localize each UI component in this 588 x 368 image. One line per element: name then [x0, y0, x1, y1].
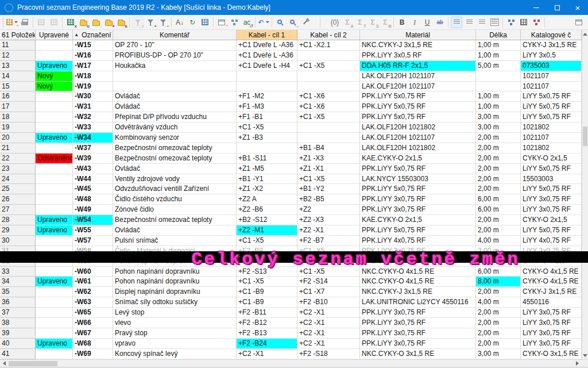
cell-material[interactable]: PPK.LiYY 3x0,75 RF [360, 205, 476, 215]
cell-target2[interactable]: +C1 -X7 [297, 287, 360, 297]
cell-material[interactable]: PPK.LiYY 5x0,75 RF [360, 112, 476, 122]
cell-catalog[interactable]: CYKY-O 2x1,5 [521, 215, 582, 225]
cell-target1[interactable]: +C1 -X5 [237, 122, 297, 133]
cell-catalog[interactable]: CYKY-O 4x1,5 RE [521, 277, 582, 287]
cell-material[interactable]: PPK.LiYY 3x0,75 RF [360, 194, 476, 205]
cell-catalog[interactable]: LiYY 3x0,75 RF [521, 318, 582, 328]
cell-status[interactable] [36, 91, 73, 102]
cell-id[interactable]: -W33 [73, 122, 113, 133]
cell-status[interactable] [36, 308, 73, 318]
folder-history-icon[interactable]: o [78, 17, 89, 28]
cell-target1[interactable]: +Z1 -M5 [237, 164, 297, 174]
cell-catalog[interactable]: LiYY 5x0,75 RF [521, 102, 582, 112]
cell-length[interactable] [476, 71, 521, 82]
cell-target2[interactable]: +F2 -S18 [297, 349, 360, 359]
cell-comment[interactable]: OP 270 - 10" [113, 40, 237, 51]
cell-material[interactable]: PPK.LiYY 3x0,75 RF [360, 318, 476, 328]
folder-sync-icon[interactable]: s [115, 17, 127, 28]
cell-target1[interactable]: +C1 -X5 [237, 236, 297, 246]
column-header-status[interactable]: Upravené [36, 30, 73, 40]
cell-id[interactable]: -W44 [73, 174, 113, 185]
cell-catalog[interactable]: LiYY 5x0,75 RF [521, 225, 582, 236]
cell-num[interactable]: 12 [0, 51, 36, 61]
new-worklist-icon[interactable]: * [6, 17, 18, 28]
cell-catalog[interactable]: LiYY 5x0,75 RF [521, 91, 582, 102]
cell-target1[interactable]: +F1 -B1 [237, 112, 297, 122]
cell-id[interactable]: -W45 [73, 184, 113, 194]
cell-num[interactable]: 18 [0, 112, 36, 122]
cell-target2[interactable]: +Z2 -X1 [297, 225, 360, 236]
cell-comment[interactable]: Kombinovaný senzor [113, 133, 237, 143]
cell-length[interactable]: 2,00 m [476, 328, 521, 339]
cell-num[interactable]: 40 [0, 339, 36, 349]
cell-id[interactable]: -W62 [73, 287, 113, 297]
cell-catalog[interactable]: 15503003 [521, 174, 582, 185]
cell-catalog[interactable]: 1021802 [521, 143, 582, 154]
cell-target2[interactable]: +Z1 -X1 [297, 164, 360, 174]
cell-target1[interactable]: +F2 -B11 [237, 308, 297, 318]
cell-length[interactable]: 1,00 m [476, 51, 521, 61]
column-header-catalog[interactable]: Katalogové č [521, 30, 582, 40]
cell-target2[interactable]: +C2 -X1 [297, 339, 360, 349]
cell-status[interactable]: Odstraněno [36, 154, 73, 164]
cell-length[interactable]: 2,00 m [476, 174, 521, 185]
cell-target2[interactable]: +F2 -B7 [297, 236, 360, 246]
cell-target2[interactable]: +B2 -B5 [297, 194, 360, 205]
cell-num[interactable]: 29 [0, 225, 36, 236]
cell-catalog[interactable]: CYKY-J 3x1,5 RE [521, 40, 582, 51]
cell-status[interactable]: Upraveno [36, 339, 73, 349]
cell-num[interactable]: 24 [0, 174, 36, 185]
cell-comment[interactable]: Koncový spínač levý [113, 349, 237, 359]
cell-comment[interactable]: vpravo [113, 339, 237, 349]
cell-num[interactable]: 37 [0, 308, 36, 318]
cell-num[interactable]: 21 [0, 143, 36, 154]
cell-target2[interactable] [297, 71, 360, 82]
cell-target1[interactable]: +Z2 -B6 [237, 205, 297, 215]
column-header-target1[interactable]: Kabel - cíl 1 [237, 30, 297, 40]
cell-target1[interactable]: +F2 -B12 [237, 318, 297, 328]
cell-length[interactable]: 2,00 m [476, 133, 521, 143]
scroll-down-button[interactable] [582, 351, 588, 359]
excel-export-icon[interactable]: x [65, 17, 76, 28]
cell-comment[interactable]: Snímač síly odtoku sušičky [113, 297, 237, 308]
cell-num[interactable]: 41 [0, 349, 36, 359]
scroll-right-button[interactable] [573, 360, 581, 367]
cell-material[interactable]: KAE.CYKY-O 2x1,5 [360, 154, 476, 164]
align-left-icon[interactable] [451, 17, 462, 28]
sitemap-icon[interactable] [531, 17, 542, 28]
cell-id[interactable]: -W30 [73, 91, 113, 102]
cell-num[interactable]: 39 [0, 328, 36, 339]
cell-target2[interactable]: +F2 -S14 [297, 277, 360, 287]
cell-comment[interactable] [113, 71, 237, 82]
cell-comment[interactable]: Odvzdušňovací ventill Zařízení [113, 184, 237, 194]
column-header-length[interactable]: Délka [476, 30, 521, 40]
cell-num[interactable]: 38 [0, 318, 36, 328]
cell-length[interactable]: 6,00 m [476, 194, 521, 205]
cell-id[interactable]: -W37 [73, 143, 113, 154]
cell-length[interactable]: 1,00 m [476, 91, 521, 102]
cell-material[interactable]: LAK.OLF120H 1021107 [360, 133, 476, 143]
cell-id[interactable]: -W69 [73, 349, 113, 359]
cell-target2[interactable]: +B1 -B4 [297, 143, 360, 154]
toolbar-grip[interactable] [2, 18, 4, 27]
sum-top-icon[interactable]: ΣT [354, 17, 366, 28]
cell-catalog[interactable]: LiYY 5x0,75 RF [521, 164, 582, 174]
vertical-scrollbar[interactable] [582, 30, 588, 359]
cell-id[interactable]: -W18 [73, 71, 113, 82]
cell-comment[interactable]: Přepínat D/P přívodu vzduchu [113, 112, 237, 122]
cell-length[interactable]: 2,00 m [476, 339, 521, 349]
cell-catalog[interactable]: CYKY-O 2x1,5 [521, 154, 582, 164]
cell-comment[interactable]: Houkačka [113, 61, 237, 71]
cell-status[interactable]: Nový [36, 71, 73, 82]
align-right-icon[interactable] [476, 17, 488, 28]
autocorrect-icon[interactable]: ac↺ [241, 17, 253, 28]
cell-id[interactable]: -W67 [73, 328, 113, 339]
cell-num[interactable]: 20 [0, 133, 36, 143]
cell-material[interactable]: PPK.LiYY 3x0,75 RF [360, 308, 476, 318]
column-header-material[interactable]: Materiál [360, 30, 476, 40]
cell-status[interactable] [36, 287, 73, 297]
cell-material[interactable]: NKC.CYKY-J 3x1,5 RE [360, 287, 476, 297]
cell-target1[interactable]: +Z2 -M1 [237, 225, 297, 236]
cell-length[interactable]: 4,00 m [476, 236, 521, 246]
cell-material[interactable]: PPK.LiYY 5x0,75 RF [360, 184, 476, 194]
